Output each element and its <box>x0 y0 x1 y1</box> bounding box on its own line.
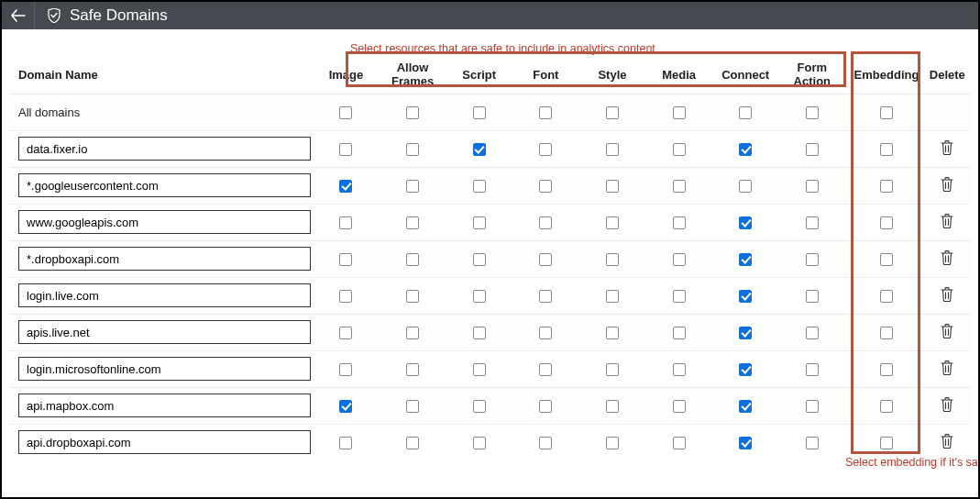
media-checkbox[interactable] <box>673 216 686 229</box>
image-checkbox[interactable] <box>339 290 352 303</box>
style-checkbox[interactable] <box>606 363 619 376</box>
delete-button[interactable] <box>941 287 953 302</box>
connect-checkbox[interactable] <box>739 180 752 193</box>
allow-frames-checkbox[interactable] <box>406 143 419 156</box>
media-checkbox[interactable] <box>673 180 686 193</box>
media-checkbox[interactable] <box>673 437 686 449</box>
script-checkbox[interactable] <box>473 106 486 119</box>
image-checkbox[interactable] <box>339 363 352 376</box>
font-checkbox[interactable] <box>539 106 552 119</box>
embedding-checkbox[interactable] <box>880 106 893 119</box>
font-checkbox[interactable] <box>539 143 552 156</box>
connect-checkbox[interactable] <box>739 363 752 376</box>
form-action-checkbox[interactable] <box>806 253 819 266</box>
embedding-checkbox[interactable] <box>880 400 893 413</box>
script-checkbox[interactable] <box>473 143 486 156</box>
font-checkbox[interactable] <box>539 363 552 376</box>
domain-name-input[interactable] <box>18 357 311 381</box>
image-checkbox[interactable] <box>339 327 352 339</box>
allow-frames-checkbox[interactable] <box>406 180 419 193</box>
embedding-checkbox[interactable] <box>880 327 893 339</box>
delete-button[interactable] <box>941 250 953 265</box>
delete-button[interactable] <box>941 434 953 449</box>
delete-button[interactable] <box>941 397 953 412</box>
domain-name-input[interactable] <box>18 210 311 234</box>
media-checkbox[interactable] <box>673 143 686 156</box>
domain-name-input[interactable] <box>18 283 311 307</box>
style-checkbox[interactable] <box>606 327 619 339</box>
delete-button[interactable] <box>941 324 953 338</box>
image-checkbox[interactable] <box>339 106 352 119</box>
connect-checkbox[interactable] <box>739 290 752 303</box>
allow-frames-checkbox[interactable] <box>406 216 419 229</box>
script-checkbox[interactable] <box>473 437 486 449</box>
domain-name-input[interactable] <box>18 394 311 417</box>
form-action-checkbox[interactable] <box>806 327 819 339</box>
image-checkbox[interactable] <box>339 216 352 229</box>
font-checkbox[interactable] <box>539 327 552 339</box>
image-checkbox[interactable] <box>339 180 352 193</box>
allow-frames-checkbox[interactable] <box>406 400 419 413</box>
font-checkbox[interactable] <box>539 253 552 266</box>
style-checkbox[interactable] <box>606 216 619 229</box>
connect-checkbox[interactable] <box>739 253 752 266</box>
delete-button[interactable] <box>941 140 953 155</box>
domain-name-input[interactable] <box>18 430 311 454</box>
form-action-checkbox[interactable] <box>806 106 819 119</box>
media-checkbox[interactable] <box>673 400 686 413</box>
font-checkbox[interactable] <box>539 400 552 413</box>
image-checkbox[interactable] <box>339 437 352 449</box>
font-checkbox[interactable] <box>539 290 552 303</box>
embedding-checkbox[interactable] <box>880 253 893 266</box>
delete-button[interactable] <box>941 177 953 192</box>
connect-checkbox[interactable] <box>739 143 752 156</box>
media-checkbox[interactable] <box>673 253 686 266</box>
style-checkbox[interactable] <box>606 143 619 156</box>
style-checkbox[interactable] <box>606 180 619 193</box>
style-checkbox[interactable] <box>606 290 619 303</box>
connect-checkbox[interactable] <box>739 400 752 413</box>
form-action-checkbox[interactable] <box>806 363 819 376</box>
delete-button[interactable] <box>941 360 953 375</box>
image-checkbox[interactable] <box>339 400 352 413</box>
embedding-checkbox[interactable] <box>880 180 893 193</box>
connect-checkbox[interactable] <box>739 437 752 449</box>
font-checkbox[interactable] <box>539 216 552 229</box>
media-checkbox[interactable] <box>673 106 686 119</box>
embedding-checkbox[interactable] <box>880 290 893 303</box>
media-checkbox[interactable] <box>673 363 686 376</box>
embedding-checkbox[interactable] <box>880 363 893 376</box>
script-checkbox[interactable] <box>473 327 486 339</box>
style-checkbox[interactable] <box>606 400 619 413</box>
back-button[interactable] <box>2 2 35 29</box>
allow-frames-checkbox[interactable] <box>406 437 419 449</box>
domain-name-input[interactable] <box>18 137 311 161</box>
connect-checkbox[interactable] <box>739 327 752 339</box>
form-action-checkbox[interactable] <box>806 437 819 449</box>
script-checkbox[interactable] <box>473 216 486 229</box>
form-action-checkbox[interactable] <box>806 216 819 229</box>
form-action-checkbox[interactable] <box>806 180 819 193</box>
form-action-checkbox[interactable] <box>806 400 819 413</box>
delete-button[interactable] <box>941 214 953 228</box>
media-checkbox[interactable] <box>673 290 686 303</box>
embedding-checkbox[interactable] <box>880 216 893 229</box>
domain-name-input[interactable] <box>18 173 311 197</box>
script-checkbox[interactable] <box>473 180 486 193</box>
script-checkbox[interactable] <box>473 400 486 413</box>
connect-checkbox[interactable] <box>739 106 752 119</box>
embedding-checkbox[interactable] <box>880 437 893 449</box>
style-checkbox[interactable] <box>606 106 619 119</box>
allow-frames-checkbox[interactable] <box>406 327 419 339</box>
font-checkbox[interactable] <box>539 180 552 193</box>
image-checkbox[interactable] <box>339 253 352 266</box>
script-checkbox[interactable] <box>473 253 486 266</box>
domain-name-input[interactable] <box>18 247 311 271</box>
style-checkbox[interactable] <box>606 437 619 449</box>
media-checkbox[interactable] <box>673 327 686 339</box>
font-checkbox[interactable] <box>539 437 552 449</box>
connect-checkbox[interactable] <box>739 216 752 229</box>
allow-frames-checkbox[interactable] <box>406 106 419 119</box>
allow-frames-checkbox[interactable] <box>406 253 419 266</box>
embedding-checkbox[interactable] <box>880 143 893 156</box>
